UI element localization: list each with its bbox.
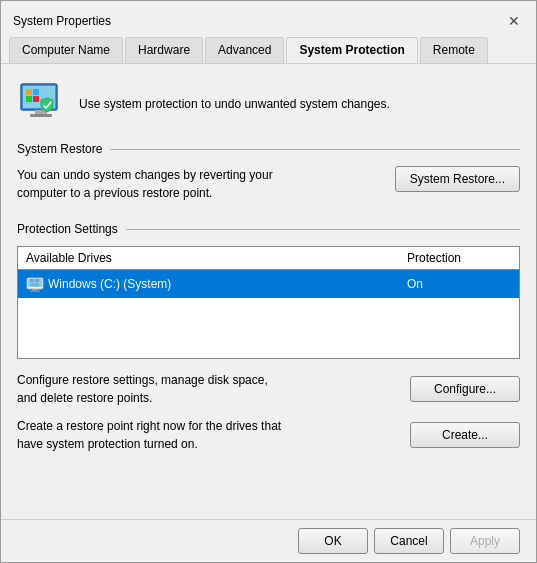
- tab-hardware[interactable]: Hardware: [125, 37, 203, 63]
- configure-button[interactable]: Configure...: [410, 376, 520, 402]
- svg-rect-4: [26, 89, 32, 95]
- svg-rect-5: [33, 89, 39, 95]
- empty-table-space: [18, 298, 519, 358]
- drive-icon: [26, 275, 44, 293]
- system-properties-window: System Properties ✕ Computer Name Hardwa…: [0, 0, 537, 563]
- restore-inner: You can undo system changes by reverting…: [17, 166, 520, 202]
- col-available-drives: Available Drives: [18, 247, 399, 269]
- title-bar: System Properties ✕: [1, 1, 536, 33]
- close-button[interactable]: ✕: [504, 11, 524, 31]
- svg-rect-14: [30, 291, 40, 293]
- tab-remote[interactable]: Remote: [420, 37, 488, 63]
- protection-settings-section: Protection Settings Available Drives Pro…: [17, 222, 520, 453]
- svg-rect-3: [30, 114, 52, 117]
- configure-description: Configure restore settings, manage disk …: [17, 371, 287, 407]
- header-description: Use system protection to undo unwanted s…: [79, 97, 390, 111]
- table-row[interactable]: Windows (C:) (System) On: [18, 270, 519, 298]
- create-button[interactable]: Create...: [410, 422, 520, 448]
- cancel-button[interactable]: Cancel: [374, 528, 444, 554]
- window-title: System Properties: [13, 14, 111, 28]
- svg-rect-11: [35, 279, 39, 282]
- ok-button[interactable]: OK: [298, 528, 368, 554]
- tabs-container: Computer Name Hardware Advanced System P…: [1, 33, 536, 64]
- restore-description: You can undo system changes by reverting…: [17, 166, 287, 202]
- apply-button[interactable]: Apply: [450, 528, 520, 554]
- svg-rect-13: [32, 289, 38, 291]
- configure-action-row: Configure restore settings, manage disk …: [17, 371, 520, 407]
- system-restore-block: You can undo system changes by reverting…: [17, 166, 520, 212]
- svg-rect-12: [30, 283, 39, 286]
- drive-name-cell: Windows (C:) (System): [18, 270, 399, 298]
- drives-table-wrapper: Available Drives Protection: [17, 246, 520, 359]
- tab-advanced[interactable]: Advanced: [205, 37, 284, 63]
- tab-system-protection[interactable]: System Protection: [286, 37, 417, 63]
- protection-section-label: Protection Settings: [17, 222, 520, 236]
- section-divider: [110, 149, 520, 150]
- create-action-row: Create a restore point right now for the…: [17, 417, 520, 453]
- svg-rect-6: [26, 96, 32, 102]
- main-content: Use system protection to undo unwanted s…: [1, 64, 536, 519]
- bottom-bar: OK Cancel Apply: [1, 519, 536, 562]
- protection-status-cell: On: [399, 272, 519, 296]
- svg-rect-10: [30, 279, 34, 282]
- tab-computer-name[interactable]: Computer Name: [9, 37, 123, 63]
- system-restore-button[interactable]: System Restore...: [395, 166, 520, 192]
- create-description: Create a restore point right now for the…: [17, 417, 287, 453]
- system-restore-section-label: System Restore: [17, 142, 520, 156]
- protection-section-divider: [126, 229, 520, 230]
- svg-rect-7: [33, 96, 39, 102]
- header-section: Use system protection to undo unwanted s…: [17, 80, 520, 128]
- col-protection: Protection: [399, 247, 519, 269]
- system-protection-icon: [17, 80, 65, 128]
- drives-table-header: Available Drives Protection: [18, 247, 519, 270]
